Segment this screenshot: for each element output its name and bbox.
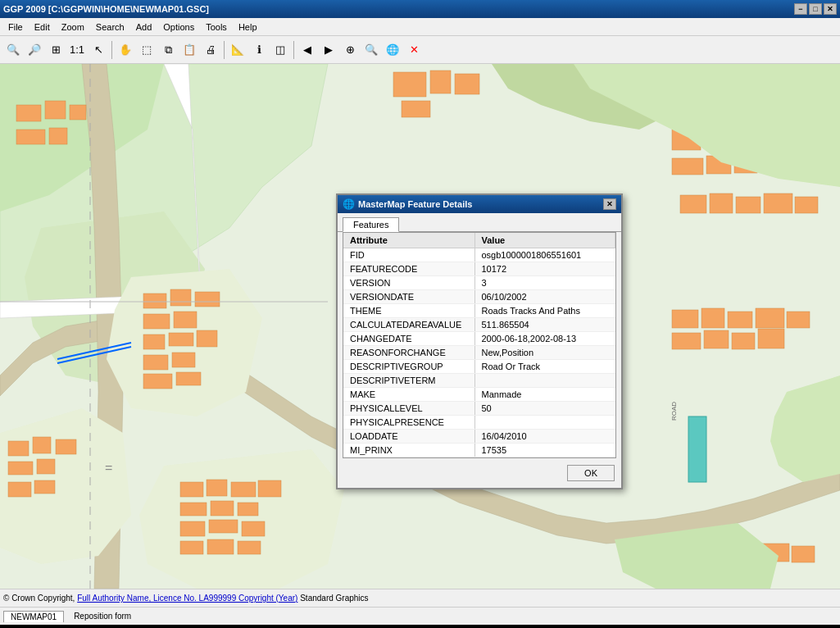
delete-btn[interactable]: ✕: [404, 40, 424, 60]
map-tab[interactable]: NEWMAP01: [3, 611, 64, 622]
scale-btn[interactable]: 1:1: [67, 40, 87, 60]
attr-cell: MI_PRINX: [343, 444, 474, 457]
close-button[interactable]: ✕: [824, 3, 837, 15]
feature-table-body: FIDosgb1000001806551601FEATURECODE10172V…: [343, 248, 615, 457]
table-row: LOADDATE16/04/2010: [343, 430, 615, 444]
svg-rect-67: [238, 541, 261, 554]
value-cell: Roads Tracks And Paths: [474, 304, 615, 318]
authority-link[interactable]: Full Authority Name, Licence No. LA99999…: [77, 594, 297, 603]
titlebar-controls: − □ ✕: [794, 3, 837, 15]
attr-cell: VERSION: [343, 276, 474, 290]
pan-btn[interactable]: ✋: [116, 40, 135, 60]
menu-item-search[interactable]: Search: [91, 20, 129, 34]
toolbar: 🔍 🔎 ⊞ 1:1 ↖ ✋ ⬚ ⧉ 📋 🖨 📐 ℹ ◫ ◀ ▶ ⊕ 🔍 🌐 ✕: [0, 36, 840, 64]
attr-cell: PHYSICALPRESENCE: [343, 416, 474, 430]
titlebar: GGP 2009 [C:\GGPWIN\HOME\NEWMAP01.GSC] −…: [0, 0, 840, 18]
table-row: PHYSICALPRESENCE: [343, 416, 615, 430]
svg-rect-78: [728, 312, 752, 328]
value-cell: [474, 416, 615, 430]
nav-prev-btn[interactable]: ◀: [297, 40, 317, 60]
layer-btn[interactable]: ◫: [270, 40, 290, 60]
svg-rect-62: [180, 521, 205, 536]
table-row: CALCULATEDAREAVALUE511.865504: [343, 318, 615, 332]
menubar: FileEditZoomSearchAddOptionsToolsHelp: [0, 18, 840, 36]
svg-rect-58: [258, 480, 281, 497]
svg-rect-44: [195, 292, 220, 307]
table-row: PHYSICALLEVEL50: [343, 402, 615, 416]
svg-rect-57: [231, 482, 256, 497]
attr-cell: MAKE: [343, 388, 474, 402]
map-area[interactable]: = ROAD 🌐 MasterMap Feature Details ✕ Fea…: [0, 64, 840, 589]
info-btn[interactable]: ℹ: [249, 40, 269, 60]
svg-rect-14: [455, 74, 479, 94]
copy-btn[interactable]: ⧉: [158, 40, 178, 60]
value-cell: 50: [474, 402, 615, 416]
col-value: Value: [474, 233, 615, 248]
svg-rect-45: [143, 314, 170, 329]
menu-item-edit[interactable]: Edit: [30, 20, 55, 34]
svg-rect-32: [688, 416, 706, 482]
svg-rect-46: [174, 312, 197, 328]
svg-rect-59: [180, 503, 207, 516]
ok-button[interactable]: OK: [567, 465, 615, 481]
svg-rect-21: [672, 158, 703, 175]
value-cell: 2000-06-18,2002-08-13: [474, 332, 615, 346]
svg-rect-43: [170, 289, 191, 306]
attr-cell: FEATURECODE: [343, 262, 474, 276]
svg-rect-50: [143, 355, 168, 370]
svg-rect-80: [787, 312, 810, 328]
svg-rect-55: [180, 482, 203, 497]
print-btn[interactable]: 🖨: [201, 40, 220, 60]
menu-item-file[interactable]: File: [3, 20, 28, 34]
features-tab[interactable]: Features: [343, 217, 399, 232]
measure-btn[interactable]: 📐: [228, 40, 247, 60]
attr-cell: CALCULATEDAREAVALUE: [343, 318, 474, 332]
svg-rect-38: [37, 459, 55, 474]
pointer-btn[interactable]: ↖: [89, 40, 108, 60]
titlebar-title: GGP 2009 [C:\GGPWIN\HOME\NEWMAP01.GSC]: [3, 4, 209, 14]
svg-rect-42: [143, 294, 166, 308]
attr-cell: CHANGEDATE: [343, 332, 474, 346]
svg-rect-40: [34, 480, 55, 494]
value-cell: 16/04/2010: [474, 430, 615, 444]
minimize-button[interactable]: −: [794, 3, 807, 15]
col-attribute: Attribute: [343, 233, 474, 248]
svg-rect-48: [169, 333, 193, 346]
find-btn[interactable]: 🔍: [361, 40, 381, 60]
dialog-close-button[interactable]: ✕: [603, 198, 616, 210]
menu-item-zoom[interactable]: Zoom: [57, 20, 89, 34]
maximize-button[interactable]: □: [809, 3, 822, 15]
attr-cell: DESCRIPTIVETERM: [343, 374, 474, 388]
svg-rect-66: [207, 539, 234, 554]
nav-next-btn[interactable]: ▶: [319, 40, 338, 60]
svg-rect-25: [680, 195, 706, 213]
svg-rect-83: [732, 333, 755, 349]
menu-item-help[interactable]: Help: [234, 20, 262, 34]
dialog-titlebar: 🌐 MasterMap Feature Details ✕: [338, 195, 621, 213]
value-cell: osgb1000001806551601: [474, 248, 615, 262]
svg-rect-53: [176, 372, 201, 385]
earth-btn[interactable]: 🌐: [383, 40, 402, 60]
menu-item-tools[interactable]: Tools: [201, 20, 232, 34]
gps-btn[interactable]: ⊕: [340, 40, 360, 60]
svg-rect-10: [16, 130, 45, 144]
svg-rect-36: [56, 439, 76, 454]
zoom-out-btn[interactable]: 🔎: [25, 40, 44, 60]
attr-cell: THEME: [343, 304, 474, 318]
menu-item-add[interactable]: Add: [131, 20, 157, 34]
menu-item-options[interactable]: Options: [158, 20, 199, 34]
table-row: MAKEManmade: [343, 388, 615, 402]
value-cell: New,Position: [474, 346, 615, 360]
zoom-in-btn[interactable]: 🔍: [3, 40, 23, 60]
svg-rect-77: [702, 308, 724, 328]
svg-text:ROAD: ROAD: [670, 402, 678, 421]
zoom-fit-btn[interactable]: ⊞: [46, 40, 66, 60]
table-row: DESCRIPTIVEGROUPRoad Or Track: [343, 360, 615, 374]
svg-text:=: =: [105, 461, 112, 475]
value-cell: 10172: [474, 262, 615, 276]
paste-btn[interactable]: 📋: [179, 40, 199, 60]
svg-rect-47: [143, 334, 165, 349]
table-row: FEATURECODE10172: [343, 262, 615, 276]
select-btn[interactable]: ⬚: [137, 40, 157, 60]
attr-cell: DESCRIPTIVEGROUP: [343, 360, 474, 374]
